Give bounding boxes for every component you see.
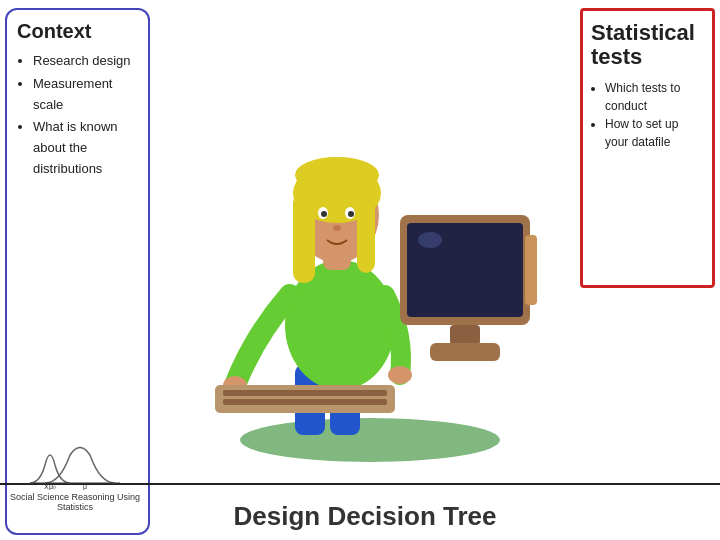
svg-point-19 [418, 232, 442, 248]
design-decision-title: Design Decision Tree [234, 501, 497, 531]
stat-item-2: How to set up your datafile [605, 115, 704, 151]
context-item-1: Research design [33, 51, 138, 72]
context-item-2: Measurement scale [33, 74, 138, 116]
svg-rect-7 [293, 193, 315, 283]
svg-rect-25 [525, 235, 537, 305]
stat-item-1: Which tests to conduct [605, 79, 704, 115]
svg-text:μ: μ [83, 483, 87, 490]
bottom-center-text: Design Decision Tree [155, 501, 575, 532]
svg-point-9 [295, 157, 379, 193]
svg-point-13 [348, 211, 354, 217]
svg-point-0 [240, 418, 500, 462]
bottom-left-chart: X̄μ₀ μ Social Science Reasoning Using St… [5, 435, 145, 512]
svg-text:X̄μ₀: X̄μ₀ [44, 483, 56, 490]
context-title: Context [17, 20, 138, 43]
svg-rect-21 [430, 343, 500, 361]
main-container: Context Research design Measurement scal… [0, 0, 720, 540]
context-item-3: What is known about the distributions [33, 117, 138, 179]
right-panel: Statistical tests Which tests to conduct… [575, 0, 720, 540]
svg-point-16 [388, 366, 412, 384]
source-label: Social Science Reasoning Using Statistic… [5, 492, 145, 512]
center-panel [155, 0, 575, 540]
svg-rect-8 [357, 193, 375, 273]
svg-point-14 [333, 225, 341, 231]
normal-distribution-chart: X̄μ₀ μ [25, 435, 125, 490]
stat-list: Which tests to conduct How to set up you… [591, 79, 704, 151]
illustration-area [155, 0, 575, 540]
illustration-svg [185, 85, 545, 465]
svg-rect-23 [223, 390, 387, 396]
stat-title: Statistical tests [591, 21, 704, 69]
svg-point-12 [321, 211, 327, 217]
context-list: Research design Measurement scale What i… [17, 51, 138, 180]
statistical-box: Statistical tests Which tests to conduct… [580, 8, 715, 288]
svg-rect-20 [450, 325, 480, 345]
svg-rect-24 [223, 399, 387, 405]
